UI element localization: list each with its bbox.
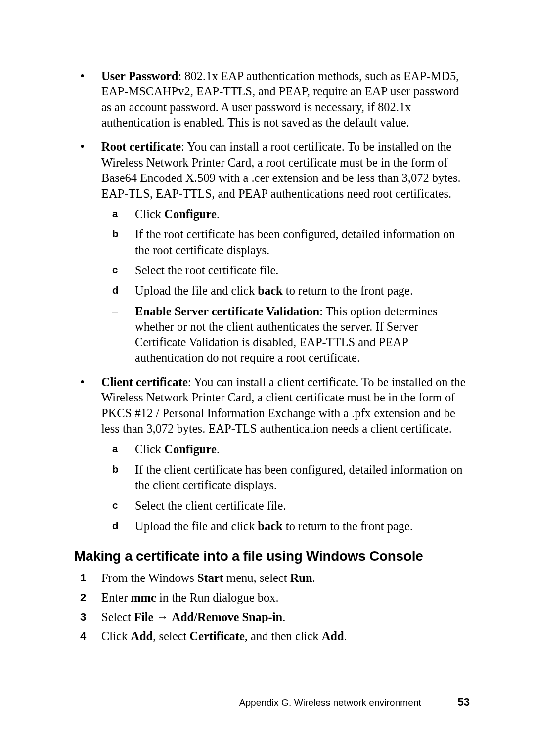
inline-text: . [312,571,315,584]
step-marker: b [112,463,119,476]
client-cert-steps: a Click Configure. b If the client certi… [101,442,470,534]
dash-enable-server-validation: Enable Server certificate Validation: Th… [101,304,470,365]
root-cert-steps: a Click Configure. b If the root certifi… [101,206,470,299]
step-c: c Select the root certificate file. [101,263,470,278]
document-page: User Password: 802.1x EAP authentication… [0,0,534,756]
arrow-icon: → [157,610,169,623]
step-c: c Select the client certificate file. [101,498,470,513]
inline-bold: File [134,610,153,623]
step-marker: c [112,264,118,276]
inline-text: Enter [101,591,131,604]
step-content: From the Windows Start menu, select Run. [101,571,315,584]
inline-text: , select [153,629,189,643]
step-marker: d [112,284,119,297]
num-step-1: 1 From the Windows Start menu, select Ru… [74,570,470,585]
step-text-bold: back [258,284,282,297]
step-text: If the client certificate has been confi… [135,463,463,491]
inline-text: Select [101,610,134,623]
step-text: If the root certificate has been configu… [135,227,455,256]
num-marker: 3 [80,610,86,624]
step-marker: c [112,499,118,512]
step-text-pre: Upload the file and click [135,284,258,297]
bullet-root-certificate: Root certificate: You can install a root… [74,139,470,365]
step-content: Enter mmc in the Run dialogue box. [101,591,279,604]
bullet-label: Client certificate [101,375,188,389]
step-text-post: to return to the front page. [283,519,413,533]
inline-text: Click [101,629,131,643]
inline-bold: mmc [131,591,156,604]
num-step-3: 3 Select File → Add/Remove Snap-in. [74,609,470,624]
page-footer: Appendix G. Wireless network environment… [74,695,470,709]
num-step-2: 2 Enter mmc in the Run dialogue box. [74,590,470,605]
num-marker: 4 [80,629,86,643]
step-content: Click Add, select Certificate, and then … [101,629,347,643]
inline-text: From the Windows [101,571,197,584]
section-heading: Making a certificate into a file using W… [74,547,470,565]
inline-text: . [282,610,285,623]
step-text-post: . [217,443,220,456]
inline-text: . [344,629,347,643]
step-marker: a [112,207,118,220]
inline-bold: Start [197,571,223,584]
step-d: d Upload the file and click back to retu… [101,283,470,298]
step-marker: a [112,443,118,455]
inline-text: in the Run dialogue box. [156,591,279,604]
step-text-bold: back [258,519,282,533]
numbered-steps: 1 From the Windows Start menu, select Ru… [74,570,470,644]
step-text: Select the client certificate file. [135,499,286,512]
inline-bold: Add/Remove Snap-in [172,610,282,623]
inline-bold: Certificate [189,629,245,643]
top-bullet-list: User Password: 802.1x EAP authentication… [74,68,470,534]
step-text-bold: Configure [164,443,217,456]
step-text-pre: Upload the file and click [135,519,258,533]
bullet-user-password: User Password: 802.1x EAP authentication… [74,68,470,130]
inline-bold: Add [322,629,344,643]
bullet-label: User Password [101,69,178,83]
step-text: Select the root certificate file. [135,264,278,277]
bullet-client-certificate: Client certificate: You can install a cl… [74,374,470,534]
step-text-pre: Click [135,443,164,456]
inline-text: menu, select [223,571,290,584]
inline-bold: Add [131,629,153,643]
footer-page-number: 53 [458,696,470,708]
step-marker: d [112,519,119,532]
inline-bold: Run [290,571,312,584]
bullet-label: Root certificate [101,140,181,153]
step-marker: b [112,227,119,240]
root-cert-dash-list: Enable Server certificate Validation: Th… [101,304,470,365]
footer-separator-icon [441,698,441,707]
step-b: b If the root certificate has been confi… [101,226,470,258]
num-marker: 1 [80,571,86,585]
footer-appendix: Appendix G. Wireless network environment [239,697,421,708]
step-content: Select File → Add/Remove Snap-in. [101,610,285,623]
step-text-pre: Click [135,207,164,221]
step-a: a Click Configure. [101,206,470,222]
num-step-4: 4 Click Add, select Certificate, and the… [74,628,470,644]
num-marker: 2 [80,591,86,605]
step-text-bold: Configure [164,207,217,221]
step-d: d Upload the file and click back to retu… [101,518,470,534]
inline-text: , and then click [245,629,322,643]
step-text-post: to return to the front page. [283,284,413,297]
step-b: b If the client certificate has been con… [101,462,470,493]
step-text-post: . [217,207,220,221]
step-a: a Click Configure. [101,442,470,457]
dash-label: Enable Server certificate Validation [135,305,319,318]
